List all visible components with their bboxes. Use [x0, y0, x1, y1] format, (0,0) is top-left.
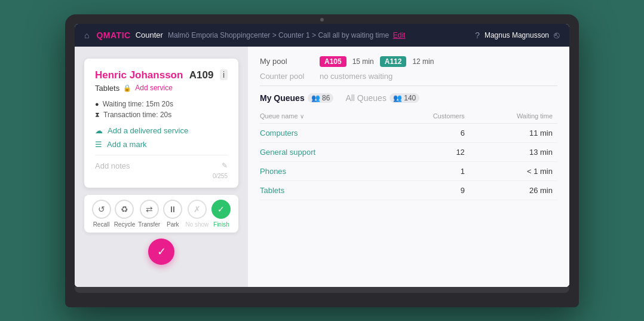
queue-tbody: Computers 6 11 min General support 12 13…	[260, 123, 557, 200]
notes-placeholder[interactable]: Add notes	[95, 161, 130, 170]
add-mark-label: Add a mark	[107, 140, 146, 149]
transaction-time-row: ⧗ Transaction time: 20s	[95, 111, 228, 119]
top-nav: ⌂ QMATIC Counter Malmö Emporia Shoppingc…	[75, 24, 569, 47]
queue-name-link[interactable]: Tablets	[260, 186, 284, 195]
time1-badge: 15 min	[352, 57, 374, 66]
lock-icon: 🔒	[123, 84, 131, 92]
add-mark-row[interactable]: ☰ Add a mark	[95, 140, 228, 149]
my-pool-row: My pool A105 15 min A112 12 min	[260, 56, 557, 67]
col-waiting-time: Waiting time	[470, 109, 557, 124]
service-name: Tablets	[95, 84, 119, 93]
tab-my-queues[interactable]: My Queues 👥 86	[260, 93, 333, 103]
ticket1-badge[interactable]: A105	[320, 56, 346, 67]
table-row: Computers 6 11 min	[260, 123, 557, 142]
customers-count-cell: 9	[391, 181, 470, 200]
queue-name-cell: Computers	[260, 123, 391, 142]
my-queues-label: My Queues	[260, 93, 305, 103]
my-queues-count: 👥 86	[308, 93, 334, 103]
left-panel: Henric Johansson A109 i Tablets 🔒 Add se…	[75, 47, 248, 287]
table-row: General support 12 13 min	[260, 142, 557, 161]
finish-button[interactable]: ✓ Finish	[211, 200, 231, 228]
recall-button[interactable]: ↺ Recall	[92, 200, 111, 228]
people-icon: 👥	[311, 94, 320, 102]
queue-name-link[interactable]: Phones	[260, 167, 286, 176]
add-service-link[interactable]: Add service	[135, 84, 173, 92]
counter-pool-status: no customers waiting	[320, 72, 392, 81]
customer-header: Henric Johansson A109 i	[95, 69, 228, 81]
notes-edit-icon[interactable]: ✎	[222, 161, 228, 170]
waiting-time-cell: < 1 min	[470, 161, 557, 181]
laptop-screen: ⌂ QMATIC Counter Malmö Emporia Shoppingc…	[75, 24, 569, 287]
notes-row: Add notes ✎	[95, 161, 228, 170]
timing-info: ● Waiting time: 15m 20s ⧗ Transaction ti…	[95, 100, 228, 119]
queue-name-link[interactable]: General support	[260, 148, 315, 157]
ticket2-badge[interactable]: A112	[380, 56, 407, 67]
tabs-row: My Queues 👥 86 All Queues 👥 140	[260, 93, 557, 103]
cloud-icon: ☁	[95, 126, 103, 135]
waiting-time-row: ● Waiting time: 15m 20s	[95, 100, 228, 108]
edit-link[interactable]: Edit	[393, 31, 406, 39]
clock-icon: ●	[95, 100, 99, 108]
noshow-label: No show	[185, 221, 208, 228]
call-icon: ✓	[157, 245, 166, 258]
transaction-time-text: Transaction time: 20s	[103, 111, 171, 119]
people-icon-2: 👥	[393, 94, 402, 102]
all-queues-label: All Queues	[345, 93, 386, 103]
queue-name-link[interactable]: Computers	[260, 129, 298, 137]
user-name: Magnus Magnusson	[484, 31, 549, 39]
service-row: Tablets 🔒 Add service	[95, 84, 228, 93]
help-icon: ?	[475, 30, 480, 40]
counter-pool-label: Counter pool	[260, 72, 314, 81]
park-label: Park	[167, 221, 179, 228]
noshow-icon: ✗	[188, 200, 207, 219]
finish-icon: ✓	[211, 200, 231, 219]
timer-icon: ⧗	[95, 111, 100, 118]
home-icon[interactable]: ⌂	[84, 30, 89, 40]
action-links: ☁ Add a delivered service ☰ Add a mark	[95, 126, 228, 149]
customers-count-cell: 12	[391, 142, 470, 161]
all-queues-count: 👥 140	[390, 93, 419, 103]
right-panel: My pool A105 15 min A112 12 min Counter …	[248, 47, 569, 287]
ticket-number: A109	[189, 69, 214, 81]
park-button[interactable]: ⏸ Park	[163, 200, 182, 228]
my-pool-label: My pool	[260, 57, 314, 66]
main-content: Henric Johansson A109 i Tablets 🔒 Add se…	[75, 47, 569, 287]
counter-pool-row: Counter pool no customers waiting	[260, 72, 557, 81]
divider	[260, 85, 557, 86]
notes-count: 0/255	[95, 173, 228, 179]
laptop-camera	[320, 18, 324, 22]
tab-all-queues[interactable]: All Queues 👥 140	[345, 93, 419, 103]
table-row: Tablets 9 26 min	[260, 181, 557, 200]
queue-table: Queue name ∨ Customers Waiting time	[260, 109, 557, 200]
noshow-button[interactable]: ✗ No show	[185, 200, 208, 228]
recall-label: Recall	[93, 221, 110, 228]
laptop-base	[75, 287, 569, 293]
list-icon: ☰	[95, 140, 102, 149]
table-row: Phones 1 < 1 min	[260, 161, 557, 181]
logout-icon[interactable]: ⎋	[554, 30, 560, 41]
recall-icon: ↺	[92, 200, 111, 219]
park-icon: ⏸	[163, 200, 182, 219]
customers-count-cell: 6	[391, 123, 470, 142]
add-delivered-row[interactable]: ☁ Add a delivered service	[95, 126, 228, 135]
notes-section: Add notes ✎ 0/255	[95, 155, 228, 179]
call-button[interactable]: ✓	[148, 239, 174, 265]
nav-breadcrumb: Malmö Emporia Shoppingcenter > Counter 1…	[168, 31, 406, 39]
table-header: Queue name ∨ Customers Waiting time	[260, 109, 557, 124]
transfer-icon: ⇄	[140, 200, 159, 219]
queue-name-cell: Tablets	[260, 181, 391, 200]
queue-name-cell: Phones	[260, 161, 391, 181]
info-icon[interactable]: i	[220, 69, 228, 80]
waiting-time-cell: 13 min	[470, 142, 557, 161]
recycle-button[interactable]: ♻ Recycle	[114, 200, 136, 228]
transfer-button[interactable]: ⇄ Transfer	[138, 200, 160, 228]
waiting-time-cell: 26 min	[470, 181, 557, 200]
customer-card: Henric Johansson A109 i Tablets 🔒 Add se…	[84, 59, 238, 188]
add-delivered-label: Add a delivered service	[108, 126, 188, 135]
col-queue-name: Queue name ∨	[260, 109, 391, 124]
sort-icon[interactable]: ∨	[300, 113, 304, 120]
brand-name: QMATIC	[96, 30, 130, 40]
laptop-device: ⌂ QMATIC Counter Malmö Emporia Shoppingc…	[65, 14, 579, 307]
customers-count-cell: 1	[391, 161, 470, 181]
col-customers: Customers	[391, 109, 470, 124]
